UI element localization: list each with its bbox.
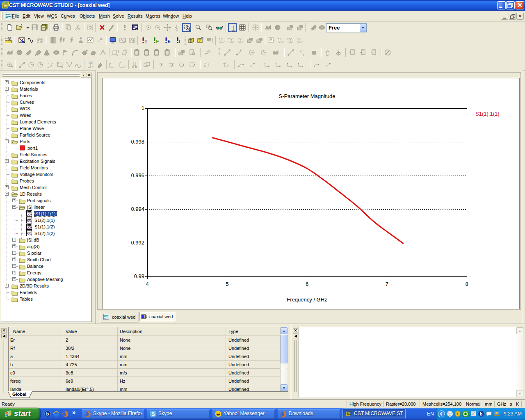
svg-text:x: x [300, 50, 301, 52]
svg-text:v: v [225, 61, 226, 64]
svg-text:b: b [46, 411, 49, 416]
svg-text:b: b [480, 412, 482, 416]
svg-text:T: T [145, 39, 148, 44]
svg-text:z: z [237, 37, 239, 40]
svg-text:3D: 3D [89, 61, 93, 64]
svg-text:I: I [179, 39, 180, 44]
svg-text:S: S [152, 411, 155, 417]
svg-text:x: x [278, 37, 279, 40]
svg-text:u: u [227, 64, 228, 66]
svg-text:y: y [228, 37, 230, 40]
svg-text:!: ! [457, 412, 458, 416]
svg-text:z: z [297, 37, 298, 40]
svg-text:E: E [168, 39, 171, 44]
svg-text:y: y [287, 37, 289, 40]
svg-text:x: x [219, 37, 220, 40]
svg-text:y: y [303, 53, 304, 56]
svg-text:F: F [156, 39, 159, 44]
